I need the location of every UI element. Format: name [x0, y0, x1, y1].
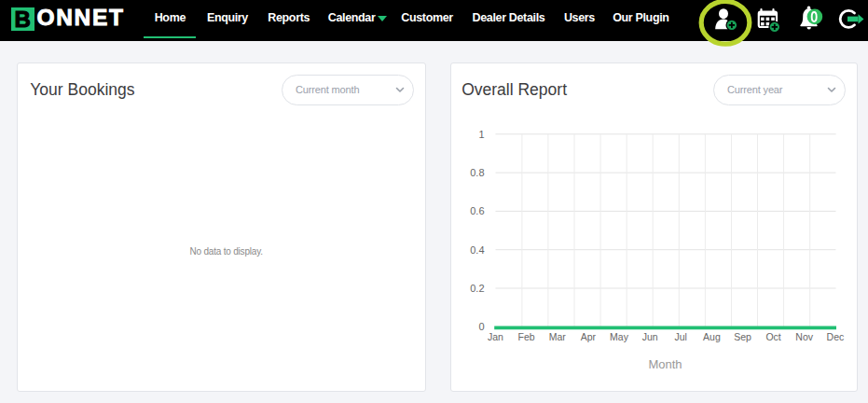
svg-text:0.4: 0.4: [470, 243, 484, 255]
svg-text:Jul: Jul: [674, 330, 686, 341]
svg-text:Dec: Dec: [827, 330, 845, 341]
svg-text:May: May: [610, 330, 629, 341]
svg-text:Jan: Jan: [488, 330, 503, 341]
svg-text:0.8: 0.8: [470, 166, 484, 177]
svg-text:Apr: Apr: [581, 330, 597, 341]
svg-text:Feb: Feb: [518, 330, 535, 341]
svg-text:0.6: 0.6: [470, 205, 484, 216]
svg-text:0.2: 0.2: [470, 282, 484, 293]
svg-text:Month: Month: [648, 357, 682, 371]
svg-text:0: 0: [478, 321, 484, 332]
svg-text:Nov: Nov: [795, 330, 813, 341]
svg-text:Sep: Sep: [734, 330, 751, 341]
svg-text:Jun: Jun: [642, 330, 658, 341]
svg-text:Mar: Mar: [549, 330, 567, 341]
svg-text:1: 1: [478, 128, 484, 139]
svg-text:Aug: Aug: [703, 330, 721, 341]
svg-text:Oct: Oct: [765, 330, 780, 341]
